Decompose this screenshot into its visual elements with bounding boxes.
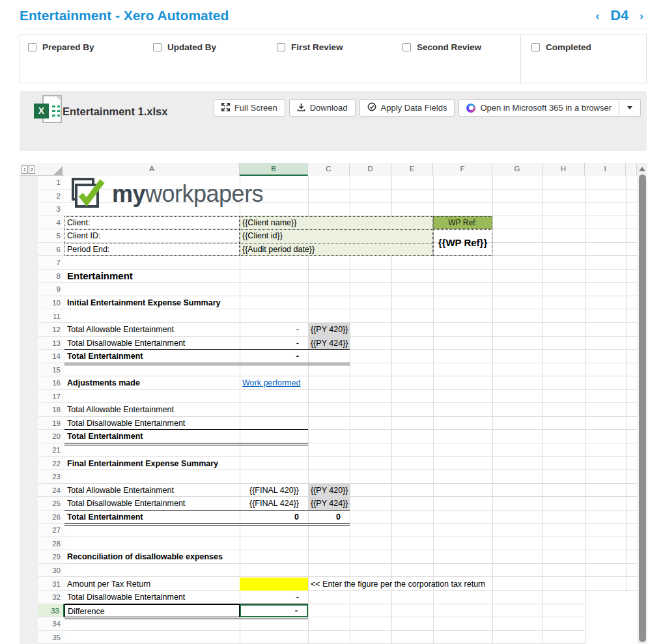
row-header-22[interactable]: 22 bbox=[38, 457, 64, 471]
signoff-item-prepared-by: Prepared By bbox=[28, 42, 94, 52]
cell-B31[interactable] bbox=[240, 578, 308, 591]
row-header-7[interactable]: 7 bbox=[38, 256, 64, 270]
row-header-17[interactable]: 17 bbox=[38, 390, 64, 404]
col-header-F[interactable]: F bbox=[433, 163, 492, 176]
cell-B16[interactable]: Work performed bbox=[240, 376, 308, 390]
cell-A22[interactable]: Final Entertainment Expense Summary bbox=[64, 457, 240, 471]
col-header-H[interactable]: H bbox=[543, 163, 585, 176]
cell-A25[interactable]: Total Disallowable Entertainment bbox=[64, 497, 240, 511]
row-header-24[interactable]: 24 bbox=[38, 484, 64, 497]
cell-A18[interactable]: Total Allowable Entertainment bbox=[64, 403, 240, 417]
row-header-18[interactable]: 18 bbox=[38, 403, 64, 417]
row-header-10[interactable]: 10 bbox=[38, 296, 64, 310]
row-header-31[interactable]: 31 bbox=[38, 578, 64, 591]
row-header-16[interactable]: 16 bbox=[38, 376, 64, 390]
row-header-28[interactable]: 28 bbox=[38, 537, 64, 551]
cell-A12[interactable]: Total Allowable Entertainment bbox=[64, 323, 240, 337]
row-header-23[interactable]: 23 bbox=[38, 470, 64, 484]
select-all-corner[interactable] bbox=[53, 166, 63, 175]
page-header: Entertainment - Xero Automated ‹ D4 › bbox=[20, 7, 643, 24]
second-review-checkbox[interactable] bbox=[402, 43, 411, 51]
row-header-1[interactable]: 1 bbox=[38, 176, 64, 189]
cell-C12[interactable]: {{PY 420}} bbox=[308, 323, 350, 337]
outline-level-1-button[interactable]: 1 bbox=[21, 165, 28, 174]
scroll-up-arrow-icon[interactable] bbox=[639, 167, 645, 171]
cell-A24[interactable]: Total Allowable Entertainment bbox=[64, 484, 240, 497]
updated-by-checkbox[interactable] bbox=[153, 43, 162, 51]
cell-C24[interactable]: {{PY 420}} bbox=[308, 484, 350, 497]
cell-B24[interactable]: {{FINAL 420}} bbox=[240, 484, 308, 497]
col-header-B[interactable]: B bbox=[240, 163, 308, 176]
full-screen-button[interactable]: Full Screen bbox=[214, 99, 285, 117]
cell-A32[interactable]: Total Disallowable Entertainment bbox=[64, 591, 240, 604]
col-header-C[interactable]: C bbox=[308, 163, 350, 176]
cell-B13[interactable]: - bbox=[240, 337, 308, 350]
cell-B33[interactable]: - bbox=[240, 604, 308, 618]
first-review-checkbox[interactable] bbox=[277, 43, 285, 51]
row-header-26[interactable]: 26 bbox=[38, 511, 64, 524]
row-header-33[interactable]: 33 bbox=[38, 604, 64, 618]
row-header-34[interactable]: 34 bbox=[38, 617, 64, 631]
cell-B32[interactable]: - bbox=[240, 591, 308, 604]
cell-A14[interactable]: Total Entertainment bbox=[64, 350, 240, 363]
row-header-19[interactable]: 19 bbox=[38, 417, 64, 430]
row-header-13[interactable]: 13 bbox=[38, 337, 64, 350]
row-header-12[interactable]: 12 bbox=[38, 323, 64, 337]
apply-data-fields-button[interactable]: Apply Data Fields bbox=[360, 99, 455, 117]
cell-A26[interactable]: Total Entertainment bbox=[64, 511, 240, 524]
cell-A13[interactable]: Total Disallowable Entertainment bbox=[64, 337, 240, 350]
row-header-20[interactable]: 20 bbox=[38, 430, 64, 443]
row-header-30[interactable]: 30 bbox=[38, 564, 64, 578]
dotted-border-line bbox=[240, 243, 433, 244]
cell-A8[interactable]: Entertainment bbox=[64, 270, 240, 283]
row-header-11[interactable]: 11 bbox=[38, 310, 64, 324]
row-header-21[interactable]: 21 bbox=[38, 443, 64, 457]
cell-C26[interactable]: 0 bbox=[308, 511, 350, 524]
prev-workpaper-chevron[interactable]: ‹ bbox=[596, 10, 600, 21]
next-workpaper-chevron[interactable]: › bbox=[640, 10, 643, 21]
col-header-E[interactable]: E bbox=[391, 163, 433, 176]
row-header-5[interactable]: 5 bbox=[38, 229, 64, 243]
row-header-27[interactable]: 27 bbox=[38, 524, 64, 537]
col-header-G[interactable]: G bbox=[492, 163, 543, 176]
outline-level-2-button[interactable]: 2 bbox=[29, 165, 35, 174]
row-header-29[interactable]: 29 bbox=[38, 550, 64, 564]
cell-A19[interactable]: Total Disallowable Entertainment bbox=[64, 417, 240, 430]
row-header-2[interactable]: 2 bbox=[38, 189, 64, 203]
row-header-4[interactable]: 4 bbox=[38, 216, 64, 230]
cell-B14[interactable]: - bbox=[240, 350, 308, 363]
cell-border-line bbox=[64, 363, 350, 365]
col-header-D[interactable]: D bbox=[350, 163, 391, 176]
row-header-35[interactable]: 35 bbox=[38, 631, 64, 644]
open-in-microsoft-365-button[interactable]: Open in Microsoft 365 in a browser bbox=[458, 99, 619, 117]
completed-checkbox[interactable] bbox=[531, 43, 540, 51]
cell-C13[interactable]: {{PY 424}} bbox=[308, 337, 350, 350]
cell-B25[interactable]: {{FINAL 424}} bbox=[240, 497, 308, 511]
row-header-25[interactable]: 25 bbox=[38, 497, 64, 511]
row-header-14[interactable]: 14 bbox=[38, 350, 64, 363]
cell-A31[interactable]: Amount per Tax Return bbox=[64, 578, 240, 591]
row-header-15[interactable]: 15 bbox=[38, 363, 64, 377]
scrollbar-thumb[interactable] bbox=[639, 175, 646, 642]
cell-A20[interactable]: Total Entertainment bbox=[64, 430, 240, 443]
cell-B12[interactable]: - bbox=[240, 323, 308, 337]
cell-A29[interactable]: Reconciliation of disallowable expenses bbox=[64, 550, 240, 564]
cell-border-line bbox=[64, 510, 350, 511]
cell-B26[interactable]: 0 bbox=[240, 511, 308, 524]
row-header-9[interactable]: 9 bbox=[38, 283, 64, 296]
row-header-8[interactable]: 8 bbox=[38, 270, 64, 283]
cell-C31[interactable]: << Enter the figure per the corporation … bbox=[308, 578, 585, 591]
col-header-I[interactable]: I bbox=[585, 163, 626, 176]
cell-C25[interactable]: {{PY 424}} bbox=[308, 497, 350, 511]
prepared-by-checkbox[interactable] bbox=[28, 43, 36, 51]
cell-A33[interactable]: Difference bbox=[64, 604, 240, 618]
col-header-A[interactable]: A bbox=[64, 163, 240, 176]
download-button[interactable]: Download bbox=[289, 99, 356, 117]
row-header-6[interactable]: 6 bbox=[38, 243, 64, 257]
cell-A16[interactable]: Adjustments made bbox=[64, 376, 240, 390]
open-options-dropdown-button[interactable] bbox=[619, 99, 641, 117]
row-header-32[interactable]: 32 bbox=[38, 591, 64, 604]
row-header-3[interactable]: 3 bbox=[38, 203, 64, 216]
cell-A10[interactable]: Initial Entertainment Expense Summary bbox=[64, 296, 240, 310]
vertical-scrollbar[interactable] bbox=[637, 163, 647, 644]
